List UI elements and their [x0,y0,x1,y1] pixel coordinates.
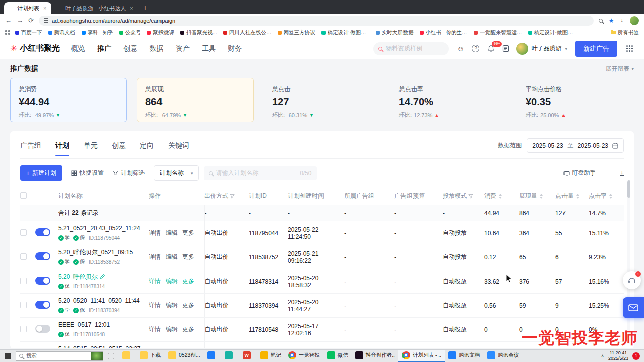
app-logo[interactable]: ✳ 小红书聚光 [10,43,60,54]
tray-expand-icon[interactable]: ∧ [601,353,604,358]
entity-tab[interactable]: 单元 [84,141,98,150]
bookmark-item[interactable]: 一觉醒来智慧运营v... [474,29,522,36]
forward-icon[interactable]: → [17,17,23,24]
column-header[interactable]: 展现量 [519,187,555,205]
new-ad-button[interactable]: 新建广告 [575,41,617,57]
select-all-checkbox[interactable] [20,192,27,199]
taskbar-app[interactable] [119,350,136,362]
search-field-selector[interactable]: 计划名称 ▾ [154,165,199,181]
row-checkbox[interactable] [20,229,27,236]
header-search[interactable]: 物料资质样例 [373,42,449,55]
column-settings-icon[interactable] [605,171,611,176]
bookmark-item[interactable]: 抖音聚光视... [180,29,217,36]
edit-link[interactable]: 编辑 [166,277,178,286]
scrollbar-thumb[interactable] [627,180,630,198]
detail-link[interactable]: 详情 [149,301,161,310]
reload-icon[interactable]: ⟳ [28,17,34,24]
taskbar-app[interactable]: 下载 [136,350,165,362]
bookmark-item[interactable]: 网签三方协议 [278,29,315,36]
help-icon[interactable]: ? [472,45,479,52]
url-bar[interactable]: ad.xiaohongshu.com/aurora/ad/manage/camp… [39,16,594,26]
bookmark-item[interactable]: 公众号 [119,29,141,36]
nav-item[interactable]: 财务 [228,44,242,53]
detail-link[interactable]: 详情 [149,277,161,286]
taskbar-app[interactable]: 笔记 [257,350,285,362]
detail-link[interactable]: 详情 [149,229,161,237]
nav-item[interactable]: 工具 [202,44,216,53]
filter-icon[interactable] [230,194,235,199]
more-link[interactable]: 更多 [182,301,194,310]
edit-link[interactable]: 编辑 [166,301,178,310]
plan-filter-button[interactable]: 计划筛选 [113,169,145,177]
taskbar-app[interactable]: 0523创... [165,350,204,362]
notification-bell[interactable]: 99+ [487,45,495,52]
edit-pencil-icon[interactable] [100,274,105,279]
back-icon[interactable]: ← [5,17,12,24]
taskbar-app[interactable]: 抖音创作者.. [352,350,398,362]
entity-tab[interactable]: 关键词 [168,141,189,150]
column-header[interactable]: 计划名称 [58,187,149,205]
sort-icon[interactable] [576,194,579,199]
taskbar-app[interactable]: 计划列表 - .. [398,350,445,362]
tab-close-icon[interactable]: × [43,5,46,11]
row-checkbox[interactable] [20,278,27,284]
plan-name[interactable]: 5.20_呼伦贝尔_0521_09:15 [58,249,133,256]
download-icon[interactable]: ↓ [620,170,624,176]
bookmark-item[interactable]: 聚投微课 [147,29,174,36]
row-checkbox[interactable] [20,253,27,260]
row-checkbox[interactable] [20,302,27,308]
column-header[interactable]: 投放模式 [443,187,484,205]
column-header[interactable]: 消费 [484,187,519,205]
customer-service-button[interactable]: 1 [623,271,641,289]
stat-card[interactable]: 总消费 ¥44.94 环比: -49.97% ▼ [10,78,127,122]
date-from[interactable]: 2025-05-23 [532,142,563,149]
taskbar-clock[interactable]: 11:20:41 2025/5/23 [608,350,628,361]
quick-setup-button[interactable]: 快捷设置 [71,169,104,177]
more-link[interactable]: 更多 [182,277,194,286]
dashboard-helper-button[interactable]: 盯盘助手 [564,169,596,177]
taskbar-app[interactable]: 腾讯会议 [484,350,522,362]
plan-toggle[interactable] [35,252,50,260]
plan-toggle[interactable] [35,301,50,309]
tab-close-icon[interactable]: × [130,5,133,11]
entity-tab[interactable]: 创意 [112,141,126,150]
bookmark-item[interactable]: 腾讯文档 [48,29,75,36]
feedback-mail-button[interactable] [623,297,644,318]
nav-item[interactable]: 数据 [149,44,164,53]
nav-item[interactable]: 创意 [123,44,137,53]
table-scrollbar[interactable] [627,180,630,344]
entity-tab[interactable]: 计划 [55,141,69,150]
column-header[interactable]: 所属广告组 [344,187,394,205]
plan-name[interactable]: 5.21_0521_20:43_0522_11:24 [58,225,140,232]
plan-search-input[interactable]: 请输入计划名称 0/50 [204,166,317,180]
bookmark-item[interactable]: 稿定设计·做图做视... [528,29,577,36]
browser-tab[interactable]: 叶子品质游 - 小红书达人 × [52,2,138,14]
plan-name[interactable]: 5.14_0515_20:51_0515_22:27_0515_22:30_05… [58,345,145,348]
edit-link[interactable]: 编辑 [166,325,178,334]
bookmark-item[interactable]: 实时大屏数据 [376,29,414,36]
nav-item[interactable]: 概览 [71,44,85,53]
search-highlight-image[interactable] [91,351,103,361]
taskbar-search[interactable]: 搜索 [16,351,91,361]
filter-icon[interactable] [468,194,473,199]
action-center-badge[interactable]: 1 [632,352,640,360]
browser-profile-avatar[interactable] [630,16,639,25]
edit-link[interactable]: 编辑 [166,229,178,237]
taskbar-app[interactable]: 腾讯文档 [445,350,484,362]
sort-icon[interactable] [540,194,543,199]
plan-name[interactable]: 5.20_呼伦贝尔 [58,273,98,281]
taskbar-app[interactable]: 微信 [324,350,352,362]
plan-toggle[interactable] [35,325,50,333]
stat-card[interactable]: 平均点击价格 ¥0.35 环比: 25.00% ▲ [517,78,634,122]
task-view-icon[interactable] [108,353,114,359]
bookmark-item[interactable]: 小红书 - 你的生活... [420,29,468,36]
all-bookmarks-button[interactable]: 所有书签 [611,29,639,36]
row-checkbox[interactable] [20,326,27,332]
column-header[interactable]: 出价方式 [204,187,249,205]
downloads-icon[interactable]: ↓ [620,18,624,23]
detail-link[interactable]: 详情 [149,325,161,334]
column-header[interactable]: 操作 [149,187,204,205]
edit-link[interactable]: 编辑 [166,253,178,261]
bookmark-item[interactable]: 李科 - 知乎 [82,29,113,36]
more-link[interactable]: 更多 [182,325,194,334]
